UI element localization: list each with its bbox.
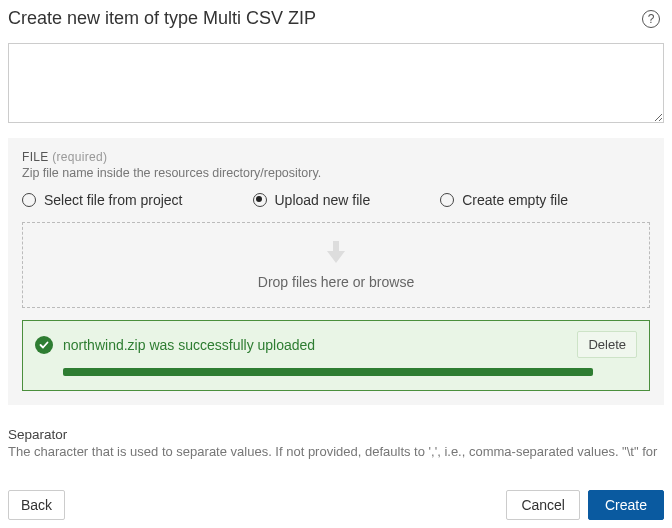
file-required-tag: (required)	[52, 150, 107, 164]
radio-upload-new-file[interactable]: Upload new file	[253, 192, 371, 208]
description-textarea[interactable]	[8, 43, 664, 123]
radio-label: Upload new file	[275, 192, 371, 208]
radio-icon	[22, 193, 36, 207]
file-help-text: Zip file name inside the resources direc…	[22, 166, 650, 180]
drop-zone-text: Drop files here or browse	[258, 274, 414, 290]
separator-description: The character that is used to separate v…	[8, 444, 664, 461]
check-circle-icon	[35, 336, 53, 354]
delete-upload-button[interactable]: Delete	[577, 331, 637, 358]
create-button[interactable]: Create	[588, 490, 664, 520]
upload-success-panel: northwind.zip was successfully uploaded …	[22, 320, 650, 391]
upload-success-message: northwind.zip was successfully uploaded	[63, 337, 567, 353]
separator-title: Separator	[8, 427, 664, 442]
radio-label: Create empty file	[462, 192, 568, 208]
radio-select-from-project[interactable]: Select file from project	[22, 192, 183, 208]
file-section: FILE (required) Zip file name inside the…	[8, 138, 664, 405]
cancel-button[interactable]: Cancel	[506, 490, 580, 520]
file-drop-zone[interactable]: Drop files here or browse	[22, 222, 650, 308]
download-arrow-icon	[327, 241, 345, 266]
help-icon[interactable]: ?	[642, 10, 660, 28]
radio-create-empty-file[interactable]: Create empty file	[440, 192, 568, 208]
radio-icon	[253, 193, 267, 207]
radio-icon	[440, 193, 454, 207]
dialog-title: Create new item of type Multi CSV ZIP	[8, 8, 316, 29]
separator-section: Separator The character that is used to …	[8, 427, 664, 461]
back-button[interactable]: Back	[8, 490, 65, 520]
upload-progress-bar	[63, 368, 593, 376]
file-label: FILE	[22, 150, 49, 164]
radio-label: Select file from project	[44, 192, 183, 208]
